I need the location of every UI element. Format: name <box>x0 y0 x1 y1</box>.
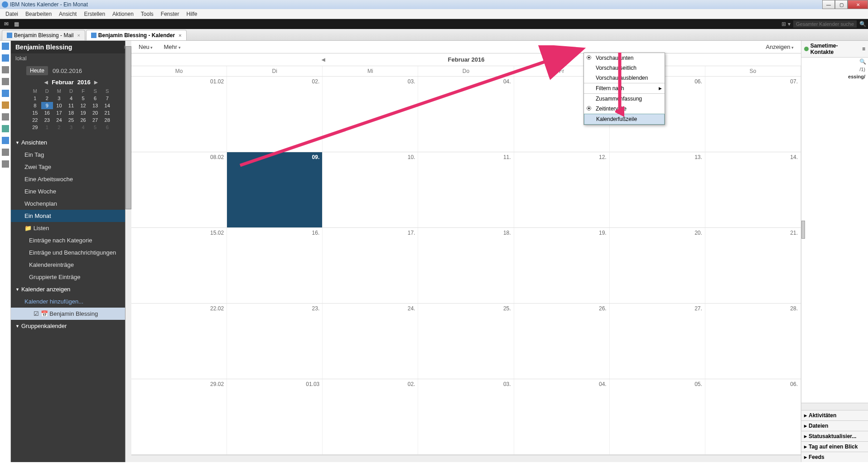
day-cell[interactable]: 13. <box>610 152 705 227</box>
day-cell[interactable]: 23. <box>227 304 323 379</box>
tab-mail[interactable]: Benjamin Blessing - Mail × <box>2 30 85 40</box>
day-cell[interactable]: 19. <box>514 228 610 303</box>
mini-day[interactable]: 15 <box>29 109 41 116</box>
mini-day[interactable]: 25 <box>65 116 77 124</box>
mehr-button[interactable]: Mehr <box>160 42 184 52</box>
mini-day[interactable]: 3 <box>53 95 65 102</box>
mini-day[interactable]: 1 <box>41 124 53 131</box>
globe-icon[interactable] <box>2 137 9 144</box>
mini-day[interactable]: 29 <box>29 124 41 131</box>
panel-tag[interactable]: ▸ Tag auf einen Blick <box>801 441 868 452</box>
close-icon[interactable]: × <box>178 33 181 38</box>
day-cell[interactable]: 01.03 <box>227 379 323 454</box>
mini-day[interactable]: 10 <box>53 102 65 109</box>
mini-day[interactable]: 2 <box>41 95 53 102</box>
day-cell[interactable]: 01.02 <box>131 77 227 152</box>
day-cell[interactable]: 06. <box>705 379 801 454</box>
day-cell[interactable]: 02. <box>227 77 323 152</box>
mini-day[interactable]: 27 <box>89 116 101 124</box>
mini-day[interactable]: 17 <box>53 109 65 116</box>
nav-item-kategorie[interactable]: Einträge nach Kategorie <box>11 234 131 246</box>
day-cell[interactable]: 28. <box>705 304 801 379</box>
mini-day[interactable]: 9 <box>41 102 53 109</box>
dropdown-item[interactable]: Vorschau ausblenden <box>584 73 665 83</box>
sidebar-scrollbar[interactable] <box>125 41 131 462</box>
panel-status[interactable]: ▸ Statusaktualisier... <box>801 431 868 441</box>
today-button[interactable]: Heute <box>26 66 48 75</box>
mini-day[interactable]: 14 <box>101 102 113 109</box>
mini-day[interactable]: 19 <box>77 109 89 116</box>
scrollbar[interactable] <box>801 403 868 410</box>
day-cell[interactable]: 04. <box>514 379 610 454</box>
mini-day[interactable]: 13 <box>89 102 101 109</box>
tab-calendar[interactable]: Benjamin Blessing - Kalender × <box>86 30 187 40</box>
menu-aktionen[interactable]: Aktionen <box>109 10 137 19</box>
todo-icon[interactable] <box>2 90 9 97</box>
dropdown-item[interactable]: Vorschau seitlich <box>584 63 665 73</box>
mini-day[interactable]: 21 <box>101 109 113 116</box>
drag-handle[interactable] <box>801 221 805 239</box>
nav-item-gruppierte[interactable]: Gruppierte Einträge <box>11 271 131 283</box>
mini-day[interactable]: 7 <box>101 95 113 102</box>
mini-day[interactable]: 23 <box>41 116 53 124</box>
menu-erstellen[interactable]: Erstellen <box>80 10 109 19</box>
day-cell[interactable]: 20. <box>610 228 705 303</box>
home-icon[interactable] <box>2 43 9 50</box>
nav-item-user-calendar[interactable]: ☑ 📅 Benjamin Blessing <box>11 308 131 320</box>
day-cell[interactable]: 21. <box>705 228 801 303</box>
day-cell[interactable]: 04. <box>418 77 514 152</box>
view-toggle-icon[interactable]: ⊞ ▾ <box>781 19 791 29</box>
nav-item-wochenplan[interactable]: Wochenplan <box>11 198 131 210</box>
mini-day[interactable]: 22 <box>29 116 41 124</box>
mini-day[interactable]: 16 <box>41 109 53 116</box>
mini-day[interactable]: 18 <box>65 109 77 116</box>
menu-bearbeiten[interactable]: Bearbeiten <box>22 10 55 19</box>
nav-heading-kalender-anzeigen[interactable]: Kalender anzeigen <box>11 283 131 295</box>
mini-day[interactable]: 2 <box>53 124 65 131</box>
mini-day[interactable]: 8 <box>29 102 41 109</box>
nav-heading-listen[interactable]: 📁 Listen <box>11 222 131 234</box>
day-cell[interactable]: 07. <box>705 77 801 152</box>
horizontal-scrollbar[interactable] <box>131 455 801 462</box>
dropdown-item[interactable]: Vorschau unten <box>584 53 665 63</box>
mini-day[interactable]: 26 <box>77 116 89 124</box>
nav-item-benachrichtigungen[interactable]: Einträge und Benachrichtigungen <box>11 246 131 259</box>
folder-icon[interactable] <box>2 101 9 109</box>
day-cell[interactable]: 03. <box>418 379 514 454</box>
menu-datei[interactable]: Datei <box>2 10 22 19</box>
mini-day[interactable]: 11 <box>65 102 77 109</box>
nav-heading-ansichten[interactable]: Ansichten <box>11 136 131 149</box>
close-icon[interactable]: × <box>77 33 80 38</box>
mini-day[interactable]: 4 <box>77 124 89 131</box>
day-cell[interactable]: 02. <box>323 379 418 454</box>
dropdown-item[interactable]: Zusammenfassung <box>584 93 665 104</box>
mini-day[interactable]: 6 <box>101 124 113 131</box>
calendar-icon[interactable] <box>2 66 9 73</box>
house-icon[interactable] <box>2 160 9 168</box>
calendar-icon[interactable]: ▦ <box>12 19 21 29</box>
day-cell[interactable]: 25. <box>418 304 514 379</box>
minimize-button[interactable]: — <box>822 0 835 9</box>
nav-item-eintag[interactable]: Ein Tag <box>11 149 131 161</box>
day-cell[interactable]: 14. <box>705 152 801 227</box>
nav-item-zweitage[interactable]: Zwei Tage <box>11 161 131 173</box>
mini-day[interactable]: 3 <box>65 124 77 131</box>
day-cell[interactable]: 11. <box>418 152 514 227</box>
menu-tools[interactable]: Tools <box>137 10 157 19</box>
nav-item-einmonat[interactable]: Ein Monat <box>11 210 131 222</box>
mini-day[interactable]: 5 <box>77 95 89 102</box>
help-icon[interactable] <box>2 149 9 156</box>
day-cell[interactable]: 05. <box>610 379 705 454</box>
day-cell[interactable]: 15.02 <box>131 228 227 303</box>
nav-heading-gruppenkalender[interactable]: Gruppenkalender <box>11 320 131 332</box>
mini-day[interactable]: 6 <box>89 95 101 102</box>
nav-item-kalendereintraege[interactable]: Kalendereinträge <box>11 259 131 271</box>
day-cell[interactable]: 18. <box>418 228 514 303</box>
mini-day[interactable]: 28 <box>101 116 113 124</box>
anzeigen-button[interactable]: Anzeigen <box>762 42 797 52</box>
mini-day[interactable]: 20 <box>89 109 101 116</box>
neu-button[interactable]: Neu <box>135 42 156 52</box>
mini-day[interactable]: 24 <box>53 116 65 124</box>
search-icon[interactable]: 🔍 <box>859 58 866 65</box>
sametime-header[interactable]: Sametime-Kontakte ≡ <box>801 41 868 58</box>
